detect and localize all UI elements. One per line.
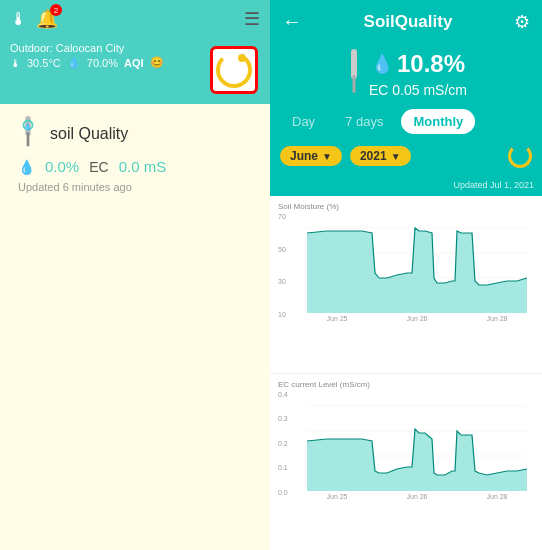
moisture-display: 💧 10.8% EC 0.05 mS/cm (345, 49, 467, 99)
soil-card-header: 💧 soil Quality (14, 116, 256, 152)
chart2-y-axis: 0.4 0.3 0.2 0.1 0.0 (278, 391, 298, 496)
month-dropdown[interactable]: June ▼ (280, 146, 342, 166)
sync-circle-icon (216, 52, 252, 88)
svg-rect-5 (352, 75, 355, 93)
svg-text:Jun 26: Jun 26 (406, 493, 427, 500)
tab-monthly[interactable]: Monthly (401, 109, 475, 134)
moisture-chart-svg: Jun 25 Jun 26 Jun 28 (300, 213, 534, 323)
tab-day[interactable]: Day (280, 109, 327, 134)
soil-stats-row: 💧 0.0% EC 0.0 mS (14, 158, 256, 175)
hamburger-icon[interactable]: ☰ (244, 8, 260, 30)
tab-7days[interactable]: 7 days (333, 109, 395, 134)
moisture-chart: Soil Moisture (%) 70 50 30 10 (270, 196, 542, 374)
right-panel: ← SoilQuality ⚙ 💧 10.8% EC 0.05 mS/cm Da… (270, 0, 542, 550)
month-label: June (290, 149, 318, 163)
sync-small-icon[interactable] (508, 144, 532, 168)
updated-text: Updated 6 minutes ago (14, 181, 256, 193)
notification-area: 🔔 2 (36, 8, 58, 30)
right-header: ← SoilQuality ⚙ (270, 0, 542, 43)
aqi-label: AQI (124, 57, 144, 69)
thermometer-icon: 🌡 (10, 9, 28, 30)
year-dropdown-arrow: ▼ (391, 151, 401, 162)
svg-text:Jun 25: Jun 25 (326, 493, 347, 500)
right-ec-value: EC 0.05 mS/cm (369, 82, 467, 98)
svg-text:Jun 26: Jun 26 (406, 315, 427, 322)
notification-badge: 2 (50, 4, 62, 16)
outdoor-info: Outdoor: Caloocan City 🌡 30.5°C 💧 70.0% … (10, 42, 164, 69)
filter-updated-wrap: June ▼ 2021 ▼ Updated Jul 1, 2021 (270, 140, 542, 196)
right-title: SoilQuality (364, 12, 453, 32)
chart1-title: Soil Moisture (%) (278, 202, 534, 211)
left-moisture-value: 0.0% (45, 158, 79, 175)
soil-quality-card: 💧 soil Quality 💧 0.0% EC 0.0 mS Updated … (0, 104, 270, 205)
moisture-drop-icon: 💧 (18, 159, 35, 175)
humidity-icon: 💧 (67, 56, 81, 69)
filter-row: June ▼ 2021 ▼ (270, 140, 542, 174)
humidity-value: 70.0% (87, 57, 118, 69)
svg-rect-1 (27, 132, 30, 146)
chart1-y-axis: 70 50 30 10 (278, 213, 298, 318)
chart2-title: EC current Level (mS/cm) (278, 380, 534, 389)
left-header: 🌡 🔔 2 ☰ (0, 0, 270, 38)
aqi-icon: 😊 (150, 56, 164, 69)
svg-text:Jun 28: Jun 28 (486, 315, 507, 322)
svg-text:💧: 💧 (24, 122, 33, 131)
sync-button[interactable] (210, 46, 258, 94)
right-stats: 💧 10.8% EC 0.05 mS/cm (270, 43, 542, 109)
back-button[interactable]: ← (282, 10, 302, 33)
month-dropdown-arrow: ▼ (322, 151, 332, 162)
svg-text:Jun 28: Jun 28 (486, 493, 507, 500)
svg-rect-4 (351, 49, 357, 79)
temp-value: 30.5°C (27, 57, 61, 69)
left-panel: 🌡 🔔 2 ☰ Outdoor: Caloocan City 🌡 30.5°C … (0, 0, 270, 550)
ec-chart: EC current Level (mS/cm) 0.4 0.3 0.2 0.1… (270, 374, 542, 551)
ec-label: EC (89, 159, 108, 175)
year-dropdown[interactable]: 2021 ▼ (350, 146, 411, 166)
thermometer-small-icon: 🌡 (10, 57, 21, 69)
header-icons: 🌡 🔔 2 (10, 8, 58, 30)
right-moisture-value: 10.8% (397, 50, 465, 78)
settings-icon[interactable]: ⚙ (514, 11, 530, 33)
charts-area: Soil Moisture (%) 70 50 30 10 (270, 196, 542, 550)
left-ec-value: 0.0 mS (119, 158, 167, 175)
updated-small: Updated Jul 1, 2021 (453, 180, 534, 190)
ec-chart-svg: Jun 25 Jun 26 Jun 28 (300, 391, 534, 501)
outdoor-stats: 🌡 30.5°C 💧 70.0% AQI 😊 (10, 56, 164, 69)
svg-text:Jun 25: Jun 25 (326, 315, 347, 322)
tabs-row: Day 7 days Monthly (270, 109, 542, 134)
soil-probe-icon: 💧 (14, 116, 42, 152)
soil-title: soil Quality (50, 125, 128, 143)
probe-icon (345, 49, 363, 99)
year-label: 2021 (360, 149, 387, 163)
outdoor-label: Outdoor: Caloocan City (10, 42, 164, 54)
